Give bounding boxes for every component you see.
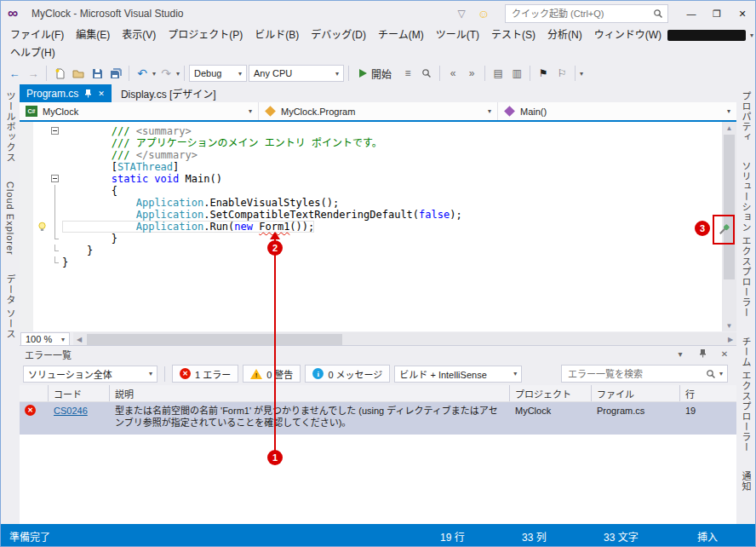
errors-filter-button[interactable]: ✕ 1 エラー [172, 365, 238, 383]
menu-item[interactable]: ウィンドウ(W) [588, 26, 667, 44]
new-file-icon[interactable] [51, 64, 68, 83]
outline-margin[interactable] [50, 173, 62, 185]
code-text[interactable]: } [62, 233, 117, 245]
code-text[interactable]: static void Main() [62, 173, 222, 185]
scrollbar-thumb[interactable] [87, 334, 342, 345]
scroll-left-icon[interactable]: ◀ [73, 332, 85, 347]
side-tab[interactable]: ツールボックス [3, 91, 17, 163]
feedback-flag-icon[interactable]: ▽ [457, 8, 465, 20]
code-text[interactable]: } [62, 256, 68, 268]
member-dropdown[interactable]: Main() ▾ [498, 102, 736, 120]
column-header-line[interactable]: 行 [680, 385, 736, 401]
menu-item[interactable]: プロジェクト(P) [162, 26, 249, 44]
navigate-forward-icon[interactable]: → [25, 64, 42, 83]
side-tab[interactable]: 通知 [739, 471, 753, 492]
error-code-link[interactable]: CS0246 [54, 406, 88, 416]
attach-debugger-icon[interactable]: ≡ [399, 64, 416, 83]
quick-launch-input[interactable] [510, 8, 653, 20]
warnings-filter-button[interactable]: ! 0 警告 [243, 365, 301, 383]
project-dropdown[interactable]: C# MyClock ▾ [20, 102, 259, 120]
quick-actions-screwdriver-icon[interactable] [718, 223, 730, 236]
code-editor[interactable]: /// <summary> /// アプリケーションのメイン エントリ ポイント… [20, 122, 736, 331]
redo-icon[interactable]: ↷ [158, 64, 175, 83]
scrollbar-thumb[interactable] [724, 135, 735, 279]
next-bookmark-icon[interactable]: ⚐ [553, 64, 570, 83]
error-scope-dropdown[interactable]: ソリューション全体▾ [23, 366, 158, 383]
undo-dropdown-icon[interactable]: ▾ [152, 70, 156, 78]
error-source-dropdown[interactable]: ビルド + IntelliSense▾ [394, 366, 522, 383]
side-tab[interactable]: ソリューション エクスプローラー [739, 161, 753, 318]
side-tab[interactable]: データ ソース [3, 274, 17, 339]
save-all-icon[interactable] [107, 64, 124, 83]
scroll-up-icon[interactable]: ▲ [722, 122, 736, 134]
scroll-down-icon[interactable]: ▼ [722, 320, 736, 331]
side-tab[interactable]: Cloud Explorer [5, 181, 15, 256]
column-header-code[interactable]: コード [49, 385, 110, 401]
quick-launch-box[interactable] [505, 4, 668, 23]
side-tab[interactable]: プロパティ [739, 91, 753, 142]
pin-icon[interactable] [84, 89, 92, 98]
menu-item[interactable]: 編集(E) [70, 26, 116, 44]
column-header-file[interactable]: ファイル [592, 385, 680, 401]
menu-item[interactable]: ツール(T) [430, 26, 485, 44]
code-line[interactable]: } [33, 233, 721, 245]
start-debug-button[interactable]: 開始 [353, 64, 398, 83]
lightbulb-quick-action-icon[interactable] [33, 222, 50, 233]
code-line[interactable]: { [33, 185, 721, 197]
close-tab-icon[interactable]: ✕ [98, 89, 105, 98]
code-line[interactable]: /// <summary> [33, 125, 721, 137]
close-button[interactable]: ✕ [730, 3, 755, 24]
column-header-description[interactable]: 説明 [110, 385, 510, 401]
window-position-icon[interactable]: ▾ [673, 349, 687, 359]
search-options-icon[interactable]: ▾ [719, 370, 723, 377]
error-search-box[interactable]: ▾ [561, 365, 728, 383]
tab-display-cs[interactable]: Display.cs [デザイン] [112, 84, 226, 102]
error-row[interactable]: ✕ CS0246 型または名前空間の名前 'Form1' が見つかりませんでした… [20, 402, 736, 435]
feedback-smiley-icon[interactable]: ☺ [478, 7, 490, 20]
code-line[interactable]: Application.EnableVisualStyles(); [33, 197, 721, 209]
menu-item[interactable]: ヘルプ(H) [4, 44, 61, 62]
menu-item[interactable]: 表示(V) [116, 26, 162, 44]
code-text[interactable]: /// </summary> [62, 149, 198, 161]
outline-margin[interactable] [50, 125, 62, 137]
code-text[interactable]: Application.EnableVisualStyles(); [62, 197, 339, 209]
menu-item[interactable]: デバッグ(D) [305, 26, 372, 44]
navigate-backward-icon[interactable]: ← [6, 64, 23, 83]
tab-program-cs[interactable]: Program.cs ✕ [20, 84, 112, 102]
uncomment-icon[interactable]: ▥ [508, 64, 525, 83]
close-panel-icon[interactable]: ✕ [718, 349, 731, 359]
pin-icon[interactable] [696, 348, 709, 360]
minimize-button[interactable]: — [679, 3, 704, 24]
type-dropdown[interactable]: MyClock.Program ▾ [259, 102, 498, 120]
toolbar-overflow-icon[interactable]: ▾ [580, 70, 583, 78]
code-text[interactable]: { [62, 185, 117, 197]
code-text[interactable]: Application.Run(new Form1()); [62, 221, 314, 233]
menu-item[interactable]: 分析(N) [541, 26, 588, 44]
breakpoint-margin[interactable] [20, 122, 33, 331]
outdent-icon[interactable]: « [444, 64, 461, 83]
code-text[interactable]: Application.SetCompatibleTextRenderingDe… [62, 209, 462, 221]
bookmark-icon[interactable]: ⚑ [535, 64, 552, 83]
indent-icon[interactable]: » [463, 64, 480, 83]
code-line[interactable]: } [33, 245, 721, 256]
menu-item[interactable]: ファイル(F) [4, 26, 70, 44]
column-header-severity[interactable] [20, 385, 49, 401]
side-tab[interactable]: チーム エクスプローラー [739, 337, 753, 452]
restore-button[interactable]: ❐ [704, 3, 730, 24]
find-in-files-icon[interactable] [418, 64, 435, 83]
scroll-right-icon[interactable]: ▶ [724, 332, 736, 347]
code-line[interactable]: [STAThread] [33, 161, 721, 173]
code-text[interactable]: [STAThread] [62, 161, 179, 173]
open-file-icon[interactable] [70, 64, 87, 83]
menu-item[interactable]: ビルド(B) [249, 26, 305, 44]
editor-horizontal-scrollbar[interactable]: ◀ ▶ [73, 332, 736, 347]
code-text[interactable]: } [62, 245, 93, 256]
error-search-input[interactable] [566, 368, 702, 380]
messages-filter-button[interactable]: i 0 メッセージ [305, 365, 390, 383]
code-area[interactable]: /// <summary> /// アプリケーションのメイン エントリ ポイント… [33, 125, 721, 268]
menu-item[interactable]: テスト(S) [485, 26, 541, 44]
redo-dropdown-icon[interactable]: ▾ [176, 70, 180, 78]
column-header-project[interactable]: プロジェクト [510, 385, 592, 401]
code-line[interactable]: /// </summary> [33, 149, 721, 161]
chevron-down-icon[interactable]: ▾ [750, 32, 753, 39]
